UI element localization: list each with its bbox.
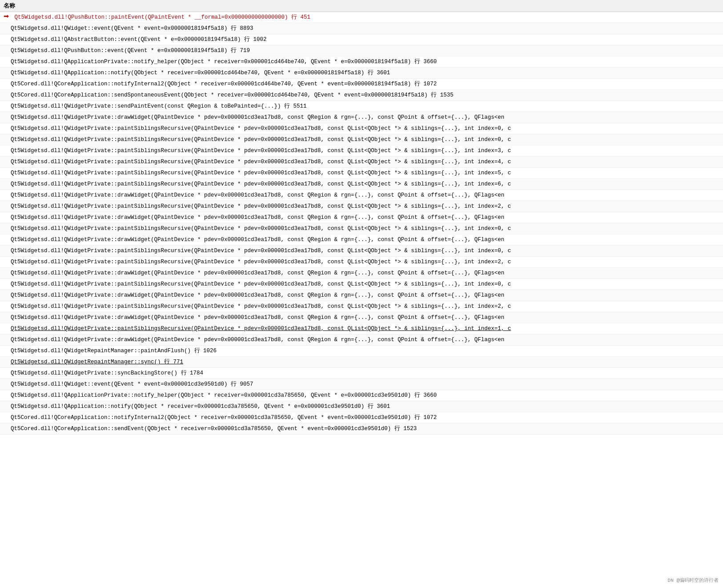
stack-item-text: Qt5Widgetsd.dll!QWidgetPrivate::drawWidg… [11,192,504,198]
stack-item-37[interactable]: Qt5Cored.dll!QCoreApplication::notifyInt… [0,412,723,423]
stack-item-19[interactable]: Qt5Widgetsd.dll!QWidgetPrivate::drawWidg… [0,212,723,223]
stack-item-text: Qt5Widgetsd.dll!QPushButton::paintEvent(… [15,14,311,20]
stack-item-text: Qt5Cored.dll!QCoreApplication::sendEvent… [11,426,417,432]
stack-item-text: Qt5Widgetsd.dll!QWidgetPrivate::paintSib… [11,159,511,165]
stack-item-text: Qt5Widgetsd.dll!QWidgetPrivate::paintSib… [11,259,511,265]
stack-item-3[interactable]: Qt5Widgetsd.dll!QAbstractButton::event(Q… [0,34,723,45]
stack-item-text: Qt5Widgetsd.dll!QWidgetPrivate::paintSib… [11,125,511,132]
call-stack-list: ⮕ Qt5Widgetsd.dll!QPushButton::paintEven… [0,12,723,435]
stack-item-12[interactable]: Qt5Widgetsd.dll!QWidgetPrivate::paintSib… [0,134,723,145]
stack-item-23[interactable]: Qt5Widgetsd.dll!QWidgetPrivate::paintSib… [0,257,723,268]
stack-item-15[interactable]: Qt5Widgetsd.dll!QWidgetPrivate::paintSib… [0,168,723,179]
stack-item-text: Qt5Widgetsd.dll!QWidgetPrivate::drawWidg… [11,214,504,221]
stack-item-5[interactable]: Qt5Widgetsd.dll!QApplicationPrivate::not… [0,56,723,68]
stack-item-text: Qt5Cored.dll!QCoreApplication::notifyInt… [11,81,437,87]
watermark-text: DN @编码时空的诗行者 [668,577,719,584]
stack-item-2[interactable]: Qt5Widgetsd.dll!QWidget::event(QEvent * … [0,23,723,34]
stack-item-9[interactable]: Qt5Widgetsd.dll!QWidgetPrivate::sendPain… [0,101,723,112]
stack-item-16[interactable]: Qt5Widgetsd.dll!QWidgetPrivate::paintSib… [0,179,723,190]
stack-item-text: Qt5Widgetsd.dll!QWidgetPrivate::paintSib… [11,203,511,209]
stack-item-text: Qt5Widgetsd.dll!QApplication::notify(QOb… [11,70,390,76]
stack-item-text: Qt5Widgetsd.dll!QWidgetPrivate::paintSib… [11,181,511,187]
stack-item-7[interactable]: Qt5Cored.dll!QCoreApplication::notifyInt… [0,79,723,90]
stack-item-27[interactable]: Qt5Widgetsd.dll!QWidgetPrivate::paintSib… [0,301,723,312]
stack-item-text: Qt5Widgetsd.dll!QWidgetPrivate::paintSib… [11,170,511,176]
stack-item-32[interactable]: Qt5Widgetsd.dll!QWidgetRepaintManager::s… [0,357,723,368]
stack-item-text: Qt5Widgetsd.dll!QWidget::event(QEvent * … [11,25,253,32]
stack-item-1[interactable]: ⮕ Qt5Widgetsd.dll!QPushButton::paintEven… [0,12,723,23]
stack-item-text: Qt5Widgetsd.dll!QWidgetPrivate::drawWidg… [11,337,504,343]
stack-item-18[interactable]: Qt5Widgetsd.dll!QWidgetPrivate::paintSib… [0,201,723,212]
stack-item-text: Qt5Cored.dll!QCoreApplication::notifyInt… [11,415,437,421]
stack-item-text: Qt5Widgetsd.dll!QWidgetPrivate::paintSib… [11,226,511,232]
stack-item-text: Qt5Widgetsd.dll!QWidgetPrivate::sendPain… [11,103,307,109]
stack-item-26[interactable]: Qt5Widgetsd.dll!QWidgetPrivate::drawWidg… [0,290,723,301]
stack-item-text: Qt5Widgetsd.dll!QWidgetPrivate::paintSib… [11,303,511,310]
stack-item-text: Qt5Widgetsd.dll!QWidgetPrivate::paintSib… [11,248,511,254]
main-container: 名称 ⮕ Qt5Widgetsd.dll!QPushButton::paintE… [0,0,723,588]
stack-item-36[interactable]: Qt5Widgetsd.dll!QApplication::notify(QOb… [0,401,723,412]
stack-item-35[interactable]: Qt5Widgetsd.dll!QApplicationPrivate::not… [0,390,723,401]
stack-item-21[interactable]: Qt5Widgetsd.dll!QWidgetPrivate::drawWidg… [0,234,723,246]
stack-item-text: Qt5Widgetsd.dll!QWidgetPrivate::paintSib… [11,326,511,332]
stack-item-33[interactable]: Qt5Widgetsd.dll!QWidgetPrivate::syncBack… [0,368,723,379]
stack-item-text: Qt5Widgetsd.dll!QWidgetPrivate::paintSib… [11,148,511,154]
current-frame-arrow-icon: ⮕ [4,14,13,20]
stack-item-text: Qt5Widgetsd.dll!QWidgetPrivate::syncBack… [11,370,203,376]
stack-item-text: Qt5Widgetsd.dll!QPushButton::event(QEven… [11,48,250,54]
stack-item-text: Qt5Widgetsd.dll!QApplication::notify(QOb… [11,403,390,410]
column-header: 名称 [0,0,723,12]
stack-item-22[interactable]: Qt5Widgetsd.dll!QWidgetPrivate::paintSib… [0,246,723,257]
column-label: 名称 [4,3,15,9]
stack-item-text: Qt5Widgetsd.dll!QWidgetPrivate::drawWidg… [11,270,504,276]
stack-item-text: Qt5Cored.dll!QCoreApplication::sendSpont… [11,92,454,98]
stack-item-10[interactable]: Qt5Widgetsd.dll!QWidgetPrivate::drawWidg… [0,112,723,123]
stack-item-20[interactable]: Qt5Widgetsd.dll!QWidgetPrivate::paintSib… [0,223,723,234]
stack-item-24[interactable]: Qt5Widgetsd.dll!QWidgetPrivate::drawWidg… [0,268,723,279]
stack-item-30[interactable]: Qt5Widgetsd.dll!QWidgetPrivate::drawWidg… [0,334,723,346]
stack-item-34[interactable]: Qt5Widgetsd.dll!QWidget::event(QEvent * … [0,379,723,390]
stack-item-text: Qt5Widgetsd.dll!QWidgetPrivate::drawWidg… [11,237,504,243]
stack-item-14[interactable]: Qt5Widgetsd.dll!QWidgetPrivate::paintSib… [0,157,723,168]
stack-item-text: Qt5Widgetsd.dll!QWidgetRepaintManager::s… [11,359,183,365]
stack-item-text: Qt5Widgetsd.dll!QWidgetPrivate::drawWidg… [11,314,504,321]
stack-item-28[interactable]: Qt5Widgetsd.dll!QWidgetPrivate::drawWidg… [0,312,723,323]
stack-item-text: Qt5Widgetsd.dll!QWidgetPrivate::drawWidg… [11,292,504,298]
stack-item-text: Qt5Widgetsd.dll!QAbstractButton::event(Q… [11,36,267,43]
stack-item-29[interactable]: Qt5Widgetsd.dll!QWidgetPrivate::paintSib… [0,323,723,334]
stack-item-4[interactable]: Qt5Widgetsd.dll!QPushButton::event(QEven… [0,45,723,56]
stack-item-text: Qt5Widgetsd.dll!QWidgetPrivate::paintSib… [11,137,511,143]
stack-item-38[interactable]: Qt5Cored.dll!QCoreApplication::sendEvent… [0,423,723,435]
stack-item-8[interactable]: Qt5Cored.dll!QCoreApplication::sendSpont… [0,90,723,101]
stack-item-text: Qt5Widgetsd.dll!QApplicationPrivate::not… [11,59,437,65]
stack-item-text: Qt5Widgetsd.dll!QWidgetRepaintManager::p… [11,348,217,354]
stack-item-text: Qt5Widgetsd.dll!QWidgetPrivate::paintSib… [11,281,511,287]
stack-item-17[interactable]: Qt5Widgetsd.dll!QWidgetPrivate::drawWidg… [0,190,723,201]
stack-item-text: Qt5Widgetsd.dll!QWidget::event(QEvent * … [11,381,253,387]
stack-item-11[interactable]: Qt5Widgetsd.dll!QWidgetPrivate::paintSib… [0,123,723,134]
stack-item-6[interactable]: Qt5Widgetsd.dll!QApplication::notify(QOb… [0,68,723,79]
stack-item-13[interactable]: Qt5Widgetsd.dll!QWidgetPrivate::paintSib… [0,145,723,157]
stack-item-31[interactable]: Qt5Widgetsd.dll!QWidgetRepaintManager::p… [0,346,723,357]
stack-item-text: Qt5Widgetsd.dll!QApplicationPrivate::not… [11,392,437,399]
stack-item-text: Qt5Widgetsd.dll!QWidgetPrivate::drawWidg… [11,114,504,121]
stack-item-25[interactable]: Qt5Widgetsd.dll!QWidgetPrivate::paintSib… [0,279,723,290]
